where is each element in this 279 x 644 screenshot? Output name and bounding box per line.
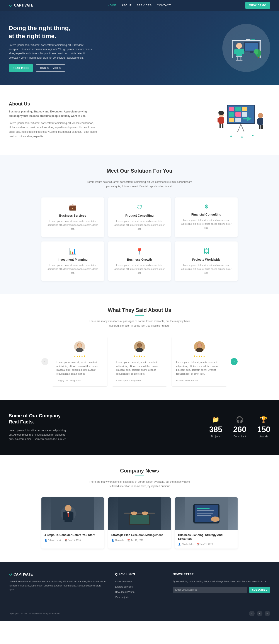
card-title-4: Business Growth xyxy=(113,258,166,261)
svg-rect-23 xyxy=(236,107,241,111)
testimonial-name-1: Christopher Designation xyxy=(116,379,163,382)
svg-rect-0 xyxy=(232,40,261,42)
svg-rect-27 xyxy=(242,112,248,116)
svg-rect-64 xyxy=(71,512,74,520)
hero-section: Doing the right thing,at the right time.… xyxy=(0,11,279,85)
footer-newsletter-text: By subscribing to our mailing list you w… xyxy=(173,580,270,584)
news-title: Company News xyxy=(9,468,270,474)
card-desc-5: Lorem ipsum dolor sit amet sed consectet… xyxy=(180,264,233,275)
avatar-0 xyxy=(74,341,85,352)
svg-point-61 xyxy=(65,505,72,512)
svg-rect-37 xyxy=(222,124,224,128)
svg-point-47 xyxy=(230,136,232,137)
testimonials-carousel: ‹ ★★★★★ Lorem ipsum dolor sit, amet cons… xyxy=(42,337,238,386)
solution-card-2: $ Financial Consulting Lorem ipsum dolor… xyxy=(175,198,238,237)
twitter-icon[interactable]: t xyxy=(257,611,262,616)
social-icons: f t in xyxy=(249,611,270,616)
svg-rect-41 xyxy=(257,119,259,124)
our-services-button[interactable]: OUR SERVICES xyxy=(36,64,65,72)
view-demo-button[interactable]: VIEW DEMO xyxy=(245,2,270,9)
solutions-grid: 💼 Business Services Lorem ipsum dolor si… xyxy=(42,198,238,281)
svg-rect-18 xyxy=(246,39,250,40)
testimonial-text-1: Lorem ipsum dolor sit, amet consetact ad… xyxy=(116,360,163,376)
svg-rect-26 xyxy=(236,112,241,116)
svg-rect-42 xyxy=(261,119,263,124)
svg-point-38 xyxy=(218,111,224,115)
svg-rect-79 xyxy=(196,514,213,514)
calendar-icon-0: 📅 xyxy=(64,539,67,542)
linkedin-icon[interactable]: in xyxy=(264,611,270,616)
consultant-number: 260 xyxy=(233,425,246,434)
testimonials-cards: ★★★★★ Lorem ipsum dolor sit, amet conset… xyxy=(52,337,227,386)
solution-card-5: 🖼 Projects Worldwide Lorem ipsum dolor s… xyxy=(175,242,238,281)
carousel-next-button[interactable]: › xyxy=(230,358,238,365)
svg-rect-68 xyxy=(124,512,155,514)
svg-rect-22 xyxy=(229,107,234,111)
svg-rect-44 xyxy=(261,125,263,129)
projects-icon: 📁 xyxy=(209,416,222,423)
facebook-icon[interactable]: f xyxy=(249,611,254,616)
svg-point-55 xyxy=(138,343,142,347)
svg-rect-11 xyxy=(236,56,242,57)
news-section: Company News There are many variations o… xyxy=(0,454,279,562)
nav-services[interactable]: SERVICES xyxy=(137,4,152,7)
svg-point-72 xyxy=(142,512,148,515)
svg-point-81 xyxy=(211,516,220,522)
nav-logo: 🛡 CAPTIVATE xyxy=(9,3,33,8)
facts-numbers: 📁 385 Projects 🎧 260 Consultant 🏆 150 Aw… xyxy=(209,416,270,438)
news-date-2: 📅 Jan 21, 2020 xyxy=(197,543,213,546)
card-desc-0: Lorem ipsum dolor sit amet sed consectet… xyxy=(46,220,100,231)
newsletter-email-input[interactable] xyxy=(173,587,248,593)
solution-card-3: 📊 Investment Planning Lorem ipsum dolor … xyxy=(42,242,104,281)
read-more-button[interactable]: READ MORE xyxy=(9,64,33,72)
news-author-2: 👤 Elizabeth lee xyxy=(178,543,194,546)
about-title: About Us xyxy=(9,101,100,107)
investment-planning-icon: 📊 xyxy=(46,248,100,255)
footer-logo-text: CAPTIVATE xyxy=(14,572,33,576)
footer-bottom: Copyright © 2020 Company Name All rights… xyxy=(9,607,270,616)
footer-link-2[interactable]: How does it Work? xyxy=(115,590,135,593)
avatar-1 xyxy=(134,341,145,352)
subscribe-button[interactable]: SUBSCRIBE xyxy=(249,587,270,593)
newsletter-form: SUBSCRIBE xyxy=(173,587,270,593)
awards-icon: 🏆 xyxy=(257,416,270,423)
fact-consultant: 🎧 260 Consultant xyxy=(233,416,246,438)
solution-card-4: 📍 Business Growth Lorem ipsum dolor sit … xyxy=(108,242,171,281)
svg-point-57 xyxy=(196,348,203,352)
news-body-1: Strategic Plan Execution Management 👤 Al… xyxy=(108,530,171,544)
footer-about-text: Lorem ipsum dolor sit amet consectetur a… xyxy=(9,580,106,592)
testimonials-title: What They Said About Us xyxy=(9,307,270,313)
svg-rect-28 xyxy=(229,118,234,122)
nav-home[interactable]: HOME xyxy=(108,4,116,7)
news-card-0: 4 Steps To Consider Before You Start 👤 J… xyxy=(42,497,104,548)
nav-about[interactable]: ABOUT xyxy=(122,4,132,7)
card-title-0: Business Services xyxy=(46,214,100,217)
card-title-3: Investment Planning xyxy=(46,258,100,261)
solutions-desc: Lorem ipsum dolor sit, amet consectetur … xyxy=(85,180,194,189)
testimonial-text-2: Lorem ipsum dolor sit, amet consetact ad… xyxy=(176,360,222,376)
about-section: About Us Business planning, Strategy and… xyxy=(0,85,279,155)
projects-worldwide-icon: 🖼 xyxy=(180,248,233,255)
news-article-title-1: Strategic Plan Execution Management xyxy=(112,533,168,537)
footer-links-list: About company Explore services How does … xyxy=(115,580,164,599)
stars-2: ★★★★★ xyxy=(176,355,222,358)
footer-link-3[interactable]: View projects xyxy=(115,596,129,598)
svg-rect-1 xyxy=(232,42,233,58)
footer-link-1[interactable]: Explore services xyxy=(115,586,133,588)
card-desc-2: Lorem ipsum dolor sit amet sed consectet… xyxy=(180,218,233,230)
nav-contact[interactable]: CONTACT xyxy=(157,4,171,7)
about-text-block: About Us Business planning, Strategy and… xyxy=(9,101,100,138)
svg-rect-8 xyxy=(236,49,242,56)
svg-rect-70 xyxy=(130,515,149,524)
person-icon-2: 👤 xyxy=(178,543,181,546)
svg-rect-10 xyxy=(242,49,244,54)
svg-point-48 xyxy=(241,136,243,138)
testimonial-card-2: ★★★★★ Lorem ipsum dolor sit, amet conset… xyxy=(172,337,227,386)
carousel-prev-button[interactable]: ‹ xyxy=(42,358,48,365)
footer-link-0[interactable]: About company xyxy=(115,580,132,583)
about-subtitle: Business planning, Strategy and Executio… xyxy=(9,110,100,118)
news-meta-1: 👤 Alexander 📅 Jan 19, 2020 xyxy=(112,539,168,542)
business-growth-icon: 📍 xyxy=(113,248,166,255)
calendar-icon-1: 📅 xyxy=(127,539,130,542)
news-card-1: Strategic Plan Execution Management 👤 Al… xyxy=(108,497,171,548)
